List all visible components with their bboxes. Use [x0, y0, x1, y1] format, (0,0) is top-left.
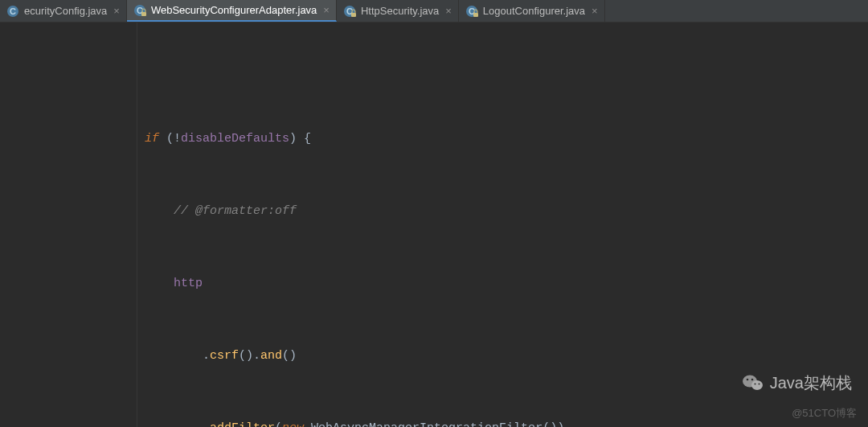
tab-httpsecurity[interactable]: C HttpSecurity.java ×	[337, 0, 459, 22]
svg-point-15	[754, 384, 755, 385]
code-line: .addFilter(new WebAsyncManagerIntegratio…	[0, 417, 868, 427]
wechat-icon	[741, 371, 765, 395]
tab-label: ecurityConfig.java	[24, 5, 107, 17]
java-class-icon: C	[6, 5, 19, 18]
tab-label: HttpSecurity.java	[361, 5, 439, 17]
watermark-text: Java架构栈	[770, 372, 852, 394]
close-icon[interactable]: ×	[445, 5, 452, 17]
code-line: .csrf().and()	[0, 344, 868, 368]
svg-rect-10	[473, 13, 478, 17]
code-line: // @formatter:off	[0, 199, 868, 224]
watermark-main: Java架构栈	[741, 371, 852, 395]
svg-rect-4	[141, 12, 146, 16]
close-icon[interactable]: ×	[113, 5, 120, 17]
tab-websecurityconfigureradapter[interactable]: C WebSecurityConfigurerAdapter.java ×	[127, 0, 337, 22]
close-icon[interactable]: ×	[323, 4, 330, 16]
java-class-locked-icon: C	[465, 5, 478, 18]
tab-label: LogoutConfigurer.java	[483, 5, 585, 17]
svg-point-12	[751, 380, 763, 390]
java-class-locked-icon: C	[133, 4, 146, 17]
tab-securityconfig[interactable]: C ecurityConfig.java ×	[0, 0, 127, 22]
svg-rect-7	[351, 13, 356, 17]
code-editor[interactable]: if (!disableDefaults) { // @formatter:of…	[0, 23, 868, 427]
svg-point-16	[758, 384, 760, 385]
editor-tabs: C ecurityConfig.java × C WebSecurityConf…	[0, 0, 868, 23]
code-line: http	[0, 272, 868, 296]
svg-point-14	[751, 379, 753, 381]
svg-point-13	[746, 379, 748, 381]
svg-text:C: C	[10, 6, 16, 16]
tab-label: WebSecurityConfigurerAdapter.java	[151, 4, 317, 16]
tab-logoutconfigurer[interactable]: C LogoutConfigurer.java ×	[459, 0, 605, 22]
gutter-divider	[137, 23, 137, 427]
code-line: if (!disableDefaults) {	[0, 127, 868, 151]
watermark-sub: @51CTO博客	[792, 406, 857, 421]
close-icon[interactable]: ×	[592, 5, 598, 17]
java-class-locked-icon: C	[343, 5, 356, 18]
